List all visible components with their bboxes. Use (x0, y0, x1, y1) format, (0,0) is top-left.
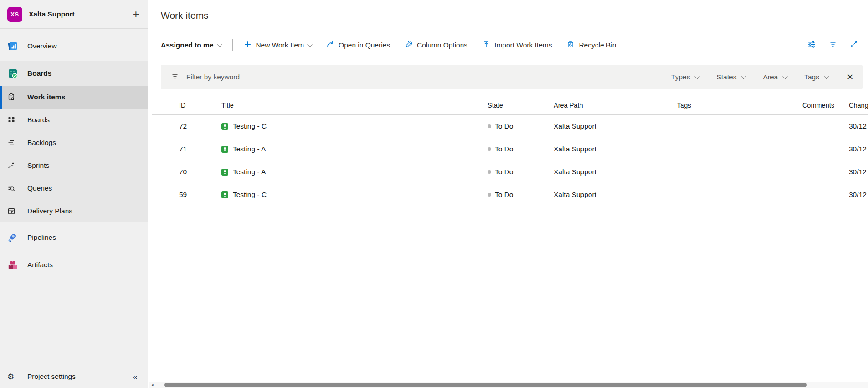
sidebar-item-label: Pipelines (27, 233, 56, 242)
work-item-area-path: Xalta Support (554, 183, 596, 206)
sidebar-item-backlogs[interactable]: Backlogs (0, 131, 148, 154)
sidebar-item-label: Work items (27, 93, 65, 101)
main-content: Work items Assigned to me New Work Item … (149, 0, 868, 388)
work-item-type-icon (221, 123, 228, 130)
dropdown-label: Tags (804, 73, 819, 81)
column-header-area-path[interactable]: Area Path (554, 96, 583, 115)
dropdown-label: Area (763, 73, 778, 81)
chevron-down-icon (782, 74, 787, 79)
app-window: XS Xalta Support + Overview Boards (0, 0, 868, 388)
table-row[interactable]: 72 Testing - C To Do Xalta Support 30/12 (149, 115, 868, 138)
horizontal-scrollbar[interactable]: ◂ (149, 382, 868, 388)
column-header-id[interactable]: ID (179, 96, 186, 115)
overview-icon (7, 41, 19, 52)
view-options-icon[interactable] (807, 40, 816, 51)
state-dot-icon (488, 170, 491, 174)
work-item-area-path: Xalta Support (554, 160, 596, 183)
sidebar-item-artifacts[interactable]: Artifacts (0, 253, 148, 276)
sidebar-item-label: Boards (27, 69, 51, 78)
dropdown-label: Types (671, 73, 690, 81)
button-label: New Work Item (256, 41, 304, 49)
dropdown-label: States (716, 73, 736, 81)
column-header-comments[interactable]: Comments (755, 96, 834, 115)
scroll-left-arrow-icon[interactable]: ◂ (151, 383, 154, 387)
sidebar-item-label: Queries (27, 184, 52, 192)
work-item-title[interactable]: Testing - C (221, 115, 267, 138)
chevron-down-icon (741, 74, 746, 79)
add-project-button[interactable]: + (133, 8, 139, 20)
recycle-bin-button[interactable]: Recycle Bin (566, 40, 616, 50)
filter-icon[interactable] (829, 40, 837, 50)
chevron-down-icon (695, 74, 700, 79)
column-header-changed[interactable]: Chang (849, 96, 868, 115)
scope-label: Assigned to me (161, 41, 213, 49)
work-item-area-path: Xalta Support (554, 115, 596, 138)
work-item-title[interactable]: Testing - C (221, 183, 267, 206)
keyword-filter-input[interactable] (186, 73, 654, 81)
collapse-sidebar-button[interactable]: « (133, 372, 138, 382)
button-label: Import Work Items (494, 41, 552, 49)
page-title: Work items (161, 10, 209, 21)
fullscreen-icon[interactable] (850, 40, 858, 50)
chevron-down-icon (824, 74, 829, 79)
work-item-state: To Do (488, 138, 514, 160)
filter-bar: Types States Area Tags ✕ (161, 65, 863, 89)
button-label: Recycle Bin (579, 41, 616, 49)
work-item-area-path: Xalta Support (554, 138, 596, 160)
work-item-title[interactable]: Testing - A (221, 138, 266, 160)
sidebar-item-label: Artifacts (27, 261, 53, 269)
keyword-filter-icon (171, 72, 179, 82)
sprints-icon (7, 161, 19, 170)
open-in-queries-button[interactable]: Open in Queries (326, 40, 390, 50)
delivery-plans-icon (7, 207, 19, 215)
table-row[interactable]: 59 Testing - C To Do Xalta Support 30/12 (149, 183, 868, 206)
column-options-button[interactable]: Column Options (405, 40, 467, 50)
column-header-state[interactable]: State (488, 96, 503, 115)
work-item-title-text[interactable]: Testing - C (233, 191, 267, 199)
sidebar-item-sprints[interactable]: Sprints (0, 154, 148, 177)
sidebar-item-pipelines[interactable]: Pipelines (0, 226, 148, 249)
sidebar-item-boards-sub[interactable]: Boards (0, 109, 148, 131)
types-filter-dropdown[interactable]: Types (671, 73, 699, 81)
recycle-bin-icon (566, 40, 575, 50)
scrollbar-thumb[interactable] (164, 383, 807, 387)
table-row[interactable]: 71 Testing - A To Do Xalta Support 30/12 (149, 138, 868, 160)
sidebar-item-label: Delivery Plans (27, 207, 72, 215)
work-item-changed-date: 30/12 (849, 115, 868, 138)
tags-filter-dropdown[interactable]: Tags (804, 73, 828, 81)
table-row[interactable]: 70 Testing - A To Do Xalta Support 30/12 (149, 160, 868, 183)
boards-list-icon (7, 116, 19, 124)
work-items-icon (7, 93, 19, 101)
work-item-id: 59 (179, 183, 187, 206)
sidebar-item-delivery-plans[interactable]: Delivery Plans (0, 200, 148, 222)
sidebar-item-overview[interactable]: Overview (0, 35, 148, 57)
column-header-title[interactable]: Title (221, 96, 234, 115)
project-settings-row[interactable]: ⚙ Project settings « (0, 365, 148, 388)
scope-dropdown[interactable]: Assigned to me (161, 41, 221, 49)
new-work-item-button[interactable]: New Work Item (244, 41, 312, 50)
close-filter-button[interactable]: ✕ (847, 72, 853, 82)
sidebar-item-label: Boards (27, 116, 50, 124)
sidebar-item-boards[interactable]: Boards (0, 61, 148, 86)
sidebar-item-queries[interactable]: Queries (0, 177, 148, 200)
work-item-type-icon (221, 146, 228, 153)
project-name: Xalta Support (29, 10, 75, 18)
work-item-title-text[interactable]: Testing - A (233, 145, 266, 153)
work-item-changed-date: 30/12 (849, 183, 868, 206)
work-item-title-text[interactable]: Testing - C (233, 122, 267, 130)
area-filter-dropdown[interactable]: Area (763, 73, 787, 81)
column-header-tags[interactable]: Tags (677, 96, 691, 115)
table-header: ID Title State Area Path Tags Comments C… (149, 96, 868, 115)
import-work-items-button[interactable]: Import Work Items (482, 40, 552, 50)
states-filter-dropdown[interactable]: States (716, 73, 745, 81)
work-item-title[interactable]: Testing - A (221, 160, 266, 183)
work-item-changed-date: 30/12 (849, 160, 868, 183)
project-avatar[interactable]: XS (7, 7, 22, 22)
boards-icon (7, 68, 19, 79)
work-item-id: 72 (179, 115, 187, 138)
sidebar-item-label: Backlogs (27, 139, 56, 147)
work-item-title-text[interactable]: Testing - A (233, 168, 266, 176)
sidebar-item-work-items[interactable]: Work items (0, 86, 148, 109)
boards-group: Boards Work items Boards (0, 61, 148, 222)
wrench-icon (405, 40, 413, 50)
